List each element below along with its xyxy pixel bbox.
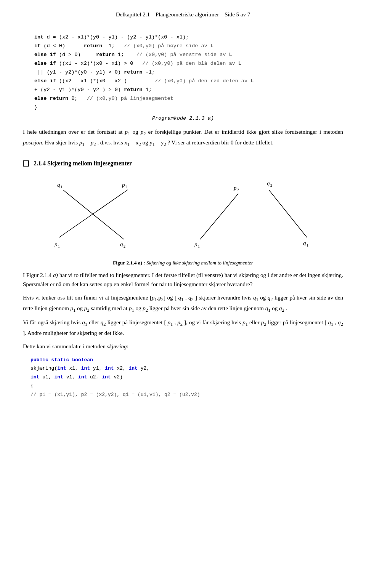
diagram-area: q 1 p 2 q 2 p 1 p — [23, 175, 343, 256]
code-bottom-line-4: { — [30, 382, 343, 391]
label-p2-right: p — [233, 185, 237, 191]
label-p1-left: p — [54, 241, 58, 247]
diagram-right-svg: p 1 p 2 q 2 q 1 — [193, 178, 315, 251]
label-p2-sub-right: 2 — [237, 188, 239, 192]
code-line-2: if (d < 0) return -1; // (x0,y0) på høyr… — [34, 42, 343, 51]
code-open-brace: { — [30, 383, 34, 389]
code-text-2: (d < 0) — [43, 43, 80, 49]
code-text-2b: -1; — [105, 43, 121, 49]
code-bottom-line-3: int u1, int v1, int u2, int v2) — [30, 373, 343, 382]
comment-1: // (x0,y0) på høyre side av L — [124, 43, 214, 49]
fig-caption: Figur 2.1.4 a) : Skjæring og ikke skjæri… — [23, 260, 343, 266]
keyword-return-3: return — [124, 69, 143, 75]
code-text-5: || (y1 - y2)*(y0 - y1) > 0) — [34, 69, 121, 75]
label-q2-right: q — [267, 180, 270, 186]
programkode-label: Programkode 2.1.3 a) — [23, 115, 343, 121]
code-line-9: } — [34, 103, 343, 112]
code-line-8: else return 0; // (x0,y0) på linjesegmen… — [34, 95, 343, 103]
svg-line-1 — [63, 190, 124, 239]
page-header: Delkapittel 2.1 – Plangeometriske algori… — [23, 11, 343, 22]
code-closing-brace: } — [34, 104, 37, 110]
label-q1-right: q — [303, 240, 306, 246]
section-heading-2-1-4: 2.1.4 Skjæring mellom linjesegmenter — [23, 160, 343, 167]
label-q2-sub-left: 2 — [124, 244, 125, 248]
comment-3: // (x0,y0) på den blå delen av L — [143, 61, 241, 66]
keyword-return-4: return — [124, 87, 143, 93]
checkbox-icon — [23, 160, 29, 167]
code-line-5: || (y1 - y2)*(y0 - y1) > 0) return -1; — [34, 68, 343, 77]
code-block-bottom: public static boolean skjæring(int x1, i… — [23, 356, 343, 399]
page-container: Delkapittel 2.1 – Plangeometriske algori… — [0, 0, 366, 414]
label-q2-left: q — [120, 241, 123, 247]
code-text-1: d = (x2 - x1)*(y0 - y1) - (y2 - y1)*(x0 … — [47, 34, 189, 40]
label-p1-sub-right: 1 — [198, 244, 200, 248]
label-q1-sub-right: 1 — [307, 243, 308, 247]
code-comment-bottom: // p1 = (x1,y1), p2 = (x2,y2), q1 = (u1,… — [30, 392, 200, 397]
code-line-1: int d = (x2 - x1)*(y0 - y1) - (y2 - y1)*… — [34, 33, 343, 42]
svg-line-3 — [269, 190, 307, 237]
code-text-7: + (y2 - y1 )*(y0 - y2 ) > 0) — [34, 87, 121, 93]
label-q1-left: q — [57, 182, 60, 188]
code-method-sig-2: int u1, int v1, int u2, int v2) — [30, 374, 123, 380]
comment-2: // (x0,y0) på venstre side av L — [136, 52, 232, 58]
diagram-right: p 1 p 2 q 2 q 1 — [193, 178, 315, 252]
keyword-return-1: return — [84, 43, 103, 49]
fig-caption-bold: Figur 2.1.4 a) — [113, 260, 142, 266]
code-bottom-line-5: // p1 = (x1,y1), p2 = (x2,y2), q1 = (u1,… — [30, 391, 343, 399]
paragraph-5: Dette kan vi sammenfatte i metoden skjær… — [23, 342, 343, 351]
label-q1-sub-left: 1 — [61, 185, 63, 189]
code-method-sig: skjæring(int x1, int y1, int x2, int y2, — [30, 365, 149, 371]
paragraph-3: Hvis vi tenker oss litt om finner vi at … — [23, 293, 343, 314]
label-p1-right: p — [194, 241, 197, 247]
code-text-5b: -1; — [146, 69, 155, 75]
comment-5: // (x0,y0) på linjesegmentet — [87, 96, 173, 101]
keyword-public: public static boolean — [30, 357, 93, 363]
keyword-else-1: else — [34, 96, 47, 101]
paragraph-4: Vi får også skjæring hvis q1 eller q2 li… — [23, 318, 343, 338]
keyword-return-5: return — [50, 96, 69, 101]
paragraph-1: I hele utledningen over er det forutsatt… — [23, 127, 343, 148]
header-text: Delkapittel 2.1 – Plangeometriske algori… — [116, 11, 250, 18]
keyword-return-2: return — [96, 52, 115, 58]
paragraph-2: I Figur 2.1.4 a) har vi to tilfeller med… — [23, 271, 343, 290]
code-bottom-line-1: public static boolean — [30, 356, 343, 365]
code-text-4: ((x1 - x2)*(x0 - x1) > 0 — [59, 61, 140, 66]
code-text-7b: 1; — [146, 87, 152, 93]
section-heading-text: 2.1.4 Skjæring mellom linjesegmenter — [34, 160, 132, 167]
keyword-if-1: if — [34, 43, 40, 49]
label-p1-sub-left: 1 — [58, 244, 60, 248]
code-line-6: else if ((x2 - x1 )*(x0 - x2 ) // (x0,y0… — [34, 77, 343, 86]
code-line-4: else if ((x1 - x2)*(x0 - x1) > 0 // (x0,… — [34, 59, 343, 68]
keyword-else-if-3: else if — [34, 78, 56, 84]
code-bottom-line-2: skjæring(int x1, int y1, int x2, int y2, — [30, 364, 343, 373]
label-p2-sub-left: 2 — [125, 185, 127, 189]
keyword-int: int — [34, 34, 43, 40]
code-text-6: ((x2 - x1 )*(x0 - x2 ) — [59, 78, 152, 84]
label-q2-sub-right: 2 — [270, 183, 272, 187]
code-block-main: int d = (x2 - x1)*(y0 - y1) - (y2 - y1)*… — [23, 33, 343, 112]
code-text-3: (d > 0) — [59, 52, 93, 58]
label-p2-left: p — [122, 182, 125, 188]
svg-line-0 — [59, 190, 128, 237]
diagram-left: q 1 p 2 q 2 p 1 — [51, 178, 135, 252]
keyword-else-if-1: else if — [34, 52, 56, 58]
svg-line-2 — [200, 194, 238, 239]
code-text-3b: 1; — [118, 52, 133, 58]
diagram-left-svg: q 1 p 2 q 2 p 1 — [51, 178, 135, 251]
code-line-3: else if (d > 0) return 1; // (x0,y0) på … — [34, 51, 343, 59]
code-line-7: + (y2 - y1 )*(y0 - y2 ) > 0) return 1; — [34, 86, 343, 95]
keyword-else-if-2: else if — [34, 61, 56, 66]
comment-4: // (x0,y0) på den rød delen av L — [155, 78, 254, 84]
code-text-8: 0; — [71, 96, 83, 101]
